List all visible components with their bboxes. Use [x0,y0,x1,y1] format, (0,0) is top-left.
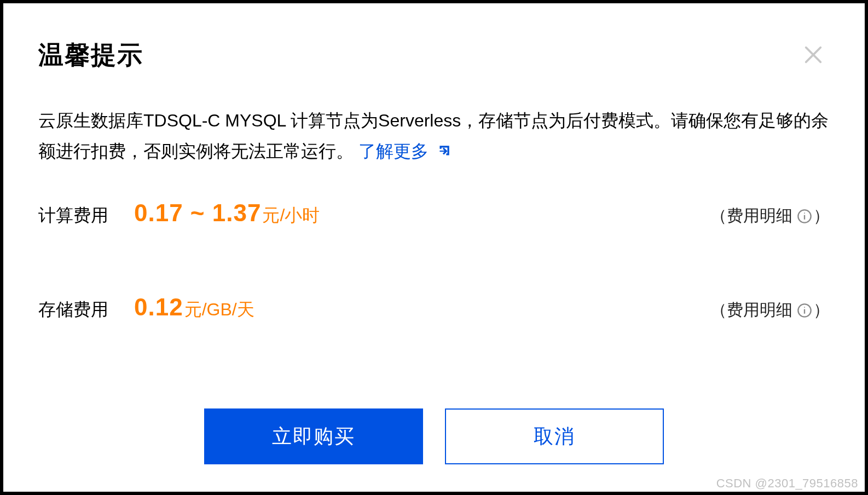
compute-cost-left: 计算费用 0.17 ~ 1.37 元/小时 [38,199,320,228]
compute-cost-detail[interactable]: （费用明细 ） [710,205,830,227]
learn-more-link[interactable]: 了解更多 [358,141,451,161]
compute-cost-amount: 0.17 ~ 1.37 [134,199,261,227]
storage-cost-row: 存储费用 0.12 元/GB/天 （费用明细 ） [38,293,830,322]
watermark-text: CSDN @2301_79516858 [716,476,858,491]
learn-more-text: 了解更多 [358,141,429,161]
compute-cost-label: 计算费用 [38,204,134,228]
compute-detail-open: （费用明细 [710,205,792,227]
close-icon[interactable] [800,42,826,68]
storage-cost-label: 存储费用 [38,298,134,322]
compute-cost-unit: 元/小时 [262,204,320,228]
compute-detail-close: ） [813,205,830,227]
dialog-footer: 立即购买 取消 [3,408,865,464]
storage-detail-close: ） [813,299,830,321]
svg-point-4 [804,212,805,214]
storage-cost-value: 0.12 元/GB/天 [134,293,254,322]
info-icon [797,209,812,224]
compute-cost-value: 0.17 ~ 1.37 元/小时 [134,199,320,228]
dialog-title: 温馨提示 [38,38,830,72]
confirm-dialog: 温馨提示 云原生数据库TDSQL-C MYSQL 计算节点为Serverless… [3,3,865,492]
storage-cost-left: 存储费用 0.12 元/GB/天 [38,293,254,322]
info-icon [797,303,812,318]
dialog-description: 云原生数据库TDSQL-C MYSQL 计算节点为Serverless，存储节点… [38,105,830,166]
storage-cost-amount: 0.12 [134,293,183,321]
storage-cost-detail[interactable]: （费用明细 ） [710,299,830,321]
buy-button[interactable]: 立即购买 [204,408,423,464]
compute-cost-row: 计算费用 0.17 ~ 1.37 元/小时 （费用明细 ） [38,199,830,228]
external-link-icon [437,144,451,158]
svg-point-7 [804,307,805,308]
cancel-button[interactable]: 取消 [445,408,664,464]
storage-cost-unit: 元/GB/天 [184,298,254,322]
storage-detail-open: （费用明细 [710,299,792,321]
